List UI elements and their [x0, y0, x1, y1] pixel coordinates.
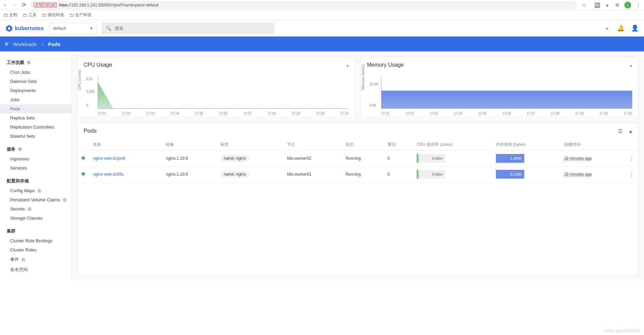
notifications-icon[interactable]: 🔔: [617, 24, 624, 32]
nav-arrows: ← → ⟳: [3, 2, 26, 8]
col-memory[interactable]: 内存使用 (bytes): [492, 139, 560, 151]
x-ticks: 17:2117:2217:2317:2417:2517:2617:2717:28…: [98, 112, 349, 115]
security-badge: Not secure: [33, 3, 57, 7]
forward-button[interactable]: →: [12, 2, 18, 8]
sidebar-item-replicasets[interactable]: Replica Sets: [0, 113, 71, 122]
pod-link[interactable]: nginx-web-dc58s: [93, 172, 124, 177]
col-node[interactable]: 节点: [283, 139, 342, 151]
folder-icon: [3, 13, 8, 18]
star-icon[interactable]: ☆: [581, 2, 587, 8]
label-chip: name: nginx: [221, 155, 249, 162]
filter-icon[interactable]: ☰: [618, 128, 623, 134]
search-input[interactable]: [115, 26, 270, 31]
reload-button[interactable]: ⟳: [22, 2, 26, 8]
cpu-usage-card: CPU Usage ▴ CPU (cores) 0.01 0.005 0 17:…: [77, 57, 355, 117]
folder-icon: [23, 13, 27, 18]
badge-icon: N: [21, 257, 26, 262]
memory-metric: 1.40Mi: [496, 154, 524, 163]
badge-icon: N: [26, 60, 31, 65]
namespace-select[interactable]: default ▾: [49, 23, 96, 34]
cpu-metric: 0.00m: [417, 154, 445, 163]
create-button[interactable]: ＋: [604, 24, 610, 32]
sidebar-item-configmaps[interactable]: Config MapsN: [0, 186, 71, 195]
sidebar-item-daemonsets[interactable]: Daemon Sets: [0, 77, 71, 86]
col-created[interactable]: 创建时间↑: [560, 139, 625, 151]
col-labels[interactable]: 标签: [216, 139, 283, 151]
bookmark-item[interactable]: 文档: [3, 12, 17, 18]
col-cpu[interactable]: CPU 使用率 (cores): [413, 139, 491, 151]
url-text: https://192.168.1.241:30000/#/pod?namesp…: [59, 3, 159, 7]
row-menu-icon[interactable]: ⋮: [629, 172, 634, 177]
app-logo[interactable]: kubernetes: [5, 25, 44, 32]
memory-metric: 5.22Mi: [496, 170, 524, 179]
address-bar[interactable]: Not secure https://192.168.1.241:30000/#…: [30, 1, 577, 9]
memory-chart: Memory (bytes) 10 Mi 0 Mi 17:2117:2217:2…: [361, 73, 638, 117]
card-title: Memory Usage: [367, 62, 404, 68]
col-status[interactable]: 状态: [342, 139, 384, 151]
breadcrumb-current: Pods: [48, 41, 61, 47]
sidebar-item-jobs[interactable]: Jobs: [0, 95, 71, 104]
cpu-chart: CPU (cores) 0.01 0.005 0 17:2117:2217:23…: [77, 73, 355, 117]
extension-icon[interactable]: ●: [604, 2, 610, 8]
sidebar-item-pods[interactable]: Pods: [0, 104, 71, 113]
table-row[interactable]: nginx-web-dc58s nginx:1.19.6 name: nginx…: [77, 166, 638, 182]
table-row[interactable]: nginx-web-b2pm8 nginx:1.19.6 name: nginx…: [77, 151, 638, 166]
menu-toggle[interactable]: ≡: [5, 41, 8, 48]
sidebar-item-rc[interactable]: Replication Controllers: [0, 122, 71, 132]
status-cell: Running: [342, 151, 384, 166]
sidebar-item-events[interactable]: 事件N: [0, 254, 71, 265]
sidebar-item-storageclasses[interactable]: Storage Classes: [0, 214, 71, 223]
sidebar-item-secrets[interactable]: SecretsN: [0, 204, 71, 214]
app-topbar: kubernetes default ▾ 🔍 ＋ 🔔 👤: [0, 20, 644, 37]
restarts-cell: 0: [384, 166, 413, 182]
sidebar-group-cluster[interactable]: 集群: [0, 226, 71, 236]
sort-asc-icon: ↑: [581, 143, 583, 147]
y-axis-label: Memory (bytes): [361, 64, 365, 90]
col-restarts[interactable]: 重启: [384, 139, 413, 151]
extensions-icon[interactable]: ⧉: [614, 2, 620, 8]
sidebar-item-statefulsets[interactable]: Stateful Sets: [0, 132, 71, 141]
sidebar-item-namespaces[interactable]: 命名空间: [0, 265, 71, 275]
badge-icon: N: [27, 207, 32, 211]
collapse-icon[interactable]: ▴: [629, 128, 632, 134]
bookmark-item[interactable]: 工具: [23, 12, 37, 18]
translate-icon[interactable]: 🔤: [594, 2, 600, 8]
svg-point-1: [8, 27, 10, 29]
folder-icon: [69, 13, 74, 18]
account-icon[interactable]: 👤: [631, 24, 639, 32]
kubernetes-icon: [5, 25, 13, 32]
bookmark-item[interactable]: 测试环境: [42, 12, 64, 18]
collapse-icon[interactable]: ▴: [630, 63, 632, 68]
chevron-right-icon: ›: [42, 41, 43, 47]
search-box[interactable]: 🔍: [102, 23, 274, 34]
sidebar-item-crb[interactable]: Cluster Role Bindings: [0, 236, 71, 245]
sidebar-item-pvc[interactable]: Persistent Volume ClaimsN: [0, 195, 71, 204]
back-button[interactable]: ←: [3, 2, 8, 8]
collapse-icon[interactable]: ▴: [346, 63, 349, 68]
bookmarks-bar: 文档 工具 测试环境 生产环境: [0, 10, 644, 20]
pod-link[interactable]: nginx-web-b2pm8: [93, 156, 125, 161]
col-name[interactable]: 名称: [89, 139, 162, 151]
image-cell: nginx:1.19.6: [162, 151, 216, 166]
row-menu-icon[interactable]: ⋮: [629, 156, 634, 161]
node-cell: k8s-worker01: [283, 166, 342, 182]
sidebar-item-cronjobs[interactable]: Cron Jobs: [0, 68, 71, 77]
sidebar-group-config[interactable]: 配置和存储: [0, 176, 71, 186]
created-time: 18 minutes ago: [564, 172, 592, 177]
menu-icon[interactable]: ⋮: [635, 2, 641, 8]
sidebar-group-workloads[interactable]: 工作负载N: [0, 58, 71, 68]
table-title: Pods: [84, 128, 97, 134]
col-image[interactable]: 镜像: [162, 139, 216, 151]
created-time: 18 minutes ago: [564, 156, 592, 161]
pods-table: 名称 镜像 标签 节点 状态 重启 CPU 使用率 (cores) 内存使用 (…: [77, 139, 638, 182]
sidebar-item-ingresses[interactable]: Ingresses: [0, 154, 71, 163]
sidebar-item-deployments[interactable]: Deployments: [0, 86, 71, 95]
badge-icon: N: [37, 188, 42, 193]
profile-avatar[interactable]: J: [624, 2, 631, 8]
sidebar-item-services[interactable]: Services: [0, 163, 71, 173]
bookmark-item[interactable]: 生产环境: [69, 12, 91, 18]
sidebar-group-service[interactable]: 服务N: [0, 144, 71, 154]
breadcrumb-root[interactable]: Workloads: [13, 41, 37, 47]
sidebar-item-cr[interactable]: Cluster Roles: [0, 245, 71, 254]
memory-usage-card: Memory Usage ▴ Memory (bytes) 10 Mi 0 Mi…: [361, 57, 639, 117]
